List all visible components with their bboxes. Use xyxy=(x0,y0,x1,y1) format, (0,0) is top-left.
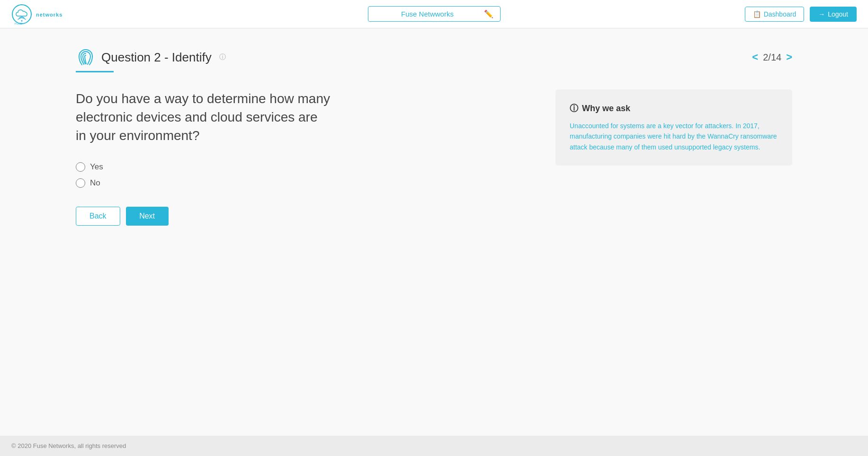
header: FUSE networks Fuse Netwworks ✏️ 📋 Dashbo… xyxy=(0,0,868,28)
info-box: ⓘ Why we ask Unaccounted for systems are… xyxy=(555,89,792,166)
dashboard-label: Dashboard xyxy=(764,10,796,18)
prev-question-arrow[interactable]: < xyxy=(752,51,758,63)
svg-point-1 xyxy=(21,20,23,21)
info-box-title: Why we ask xyxy=(582,104,630,114)
svg-text:FUSE: FUSE xyxy=(15,22,22,25)
next-question-arrow[interactable]: > xyxy=(786,51,792,63)
option-no-label: No xyxy=(90,178,100,188)
company-name-field[interactable]: Fuse Netwworks ✏️ xyxy=(368,6,501,22)
option-yes[interactable]: Yes xyxy=(76,162,537,172)
info-box-text: Unaccounted for systems are a key vector… xyxy=(570,121,778,152)
question-info-icon[interactable]: ⓘ xyxy=(219,53,226,61)
dashboard-button[interactable]: 📋 Dashboard xyxy=(745,7,805,22)
info-box-title-row: ⓘ Why we ask xyxy=(570,103,778,114)
copyright-text: © 2020 Fuse Networks, all rights reserve… xyxy=(11,442,126,449)
footer: © 2020 Fuse Networks, all rights reserve… xyxy=(0,436,868,456)
question-section: Do you have a way to determine how many … xyxy=(76,89,537,226)
content-area: Do you have a way to determine how many … xyxy=(76,89,792,226)
header-actions: 📋 Dashboard → Logout xyxy=(745,7,857,22)
answer-options: Yes No xyxy=(76,162,537,188)
next-button[interactable]: Next xyxy=(126,207,169,226)
fuse-networks-logo: FUSE xyxy=(11,4,32,25)
back-button[interactable]: Back xyxy=(76,207,120,226)
question-title: Question 2 - Identify xyxy=(101,50,212,65)
edit-icon[interactable]: ✏️ xyxy=(484,9,493,18)
company-name-container: Fuse Netwworks ✏️ xyxy=(368,6,501,22)
question-progress: 2/14 xyxy=(763,52,781,63)
option-no[interactable]: No xyxy=(76,178,537,188)
button-row: Back Next xyxy=(76,207,537,226)
question-header: Question 2 - Identify ⓘ < 2/14 > xyxy=(76,47,792,67)
info-text-highlight: Unaccounted for systems are a key vector… xyxy=(570,122,777,151)
logout-label: Logout xyxy=(828,10,848,18)
radio-yes[interactable] xyxy=(76,162,85,172)
company-name-text: Fuse Netwworks xyxy=(375,10,480,18)
logo: FUSE networks xyxy=(11,4,63,25)
question-nav: < 2/14 > xyxy=(752,51,792,63)
option-yes-label: Yes xyxy=(90,162,103,172)
dashboard-icon: 📋 xyxy=(753,10,761,18)
question-title-row: Question 2 - Identify ⓘ xyxy=(76,47,226,67)
main-content: Question 2 - Identify ⓘ < 2/14 > Do you … xyxy=(0,28,868,436)
logout-button[interactable]: → Logout xyxy=(810,7,857,22)
radio-no[interactable] xyxy=(76,178,85,188)
fingerprint-icon xyxy=(76,47,96,67)
logout-icon: → xyxy=(818,10,825,18)
title-divider xyxy=(76,71,114,72)
question-text: Do you have a way to determine how many … xyxy=(76,89,331,145)
info-circle-icon: ⓘ xyxy=(570,103,578,114)
